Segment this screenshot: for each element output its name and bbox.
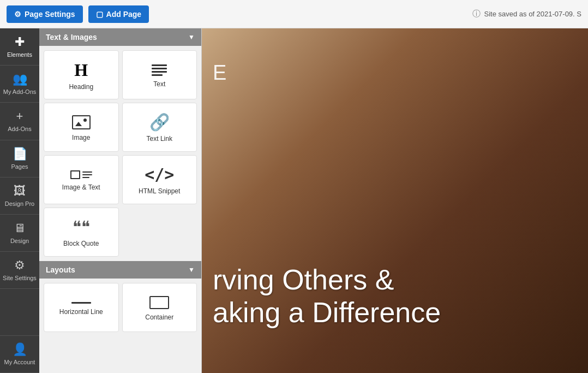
main-area: ✚ Elements 👥 My Add-Ons + Add-Ons 📄 Page…	[0, 28, 588, 373]
canvas-line2: aking a Difference	[213, 297, 441, 329]
image-icon	[72, 115, 91, 129]
gear-icon: ⚙	[14, 10, 21, 19]
canvas-overlay-text: rving Others & aking a Difference	[213, 264, 441, 329]
element-tile-image-text[interactable]: Image & Text	[44, 155, 119, 204]
file-plus-icon: ▢	[96, 10, 103, 19]
text-icon	[152, 64, 167, 76]
layouts-arrow-icon: ▼	[188, 266, 195, 274]
info-icon: ⓘ	[472, 9, 481, 19]
toolbar: ⚙ Page Settings ▢ Add Page ⓘ Site saved …	[0, 0, 588, 28]
page-settings-button[interactable]: ⚙ Page Settings	[7, 5, 83, 23]
image-text-icon	[70, 170, 92, 179]
sidebar-item-my-account[interactable]: 👤 My Account	[0, 335, 39, 373]
blockquote-icon: ❝❝	[73, 219, 90, 235]
plus-icon: +	[16, 109, 23, 123]
person-circle-icon: 👤	[13, 342, 27, 357]
container-icon	[149, 296, 169, 309]
html-icon: </>	[145, 167, 174, 183]
monitor-brush-icon: 🖼	[14, 184, 26, 198]
canvas: E rving Others & aking a Difference	[202, 28, 588, 373]
sidebar-item-elements[interactable]: ✚ Elements	[0, 28, 39, 66]
sidebar-item-pages[interactable]: 📄 Pages	[0, 140, 39, 177]
panel: Text & Images ▼ H Heading Text	[39, 28, 202, 373]
canvas-heading-partial: E	[213, 61, 226, 85]
canvas-line1: rving Others &	[213, 264, 441, 297]
horizontal-line-icon	[71, 302, 91, 304]
section-arrow-icon: ▼	[188, 33, 195, 41]
heading-icon: H	[74, 61, 88, 79]
sidebar-item-site-settings[interactable]: ⚙ Site Settings	[0, 252, 39, 289]
element-tile-block-quote[interactable]: ❝❝ Block Quote	[44, 208, 119, 257]
gear-settings-icon: ⚙	[14, 258, 25, 273]
element-tile-text[interactable]: Text	[122, 50, 197, 99]
sidebar-item-design[interactable]: 🖥 Design	[0, 215, 39, 252]
sidebar-icons: ✚ Elements 👥 My Add-Ons + Add-Ons 📄 Page…	[0, 28, 39, 373]
sidebar-item-my-add-ons[interactable]: 👥 My Add-Ons	[0, 66, 39, 103]
puzzle-icon: ✚	[15, 35, 25, 49]
layout-tile-container[interactable]: Container	[122, 283, 197, 332]
add-page-button[interactable]: ▢ Add Page	[88, 5, 149, 23]
element-tile-text-link[interactable]: 🔗 Text Link	[122, 103, 197, 152]
link-icon: 🔗	[149, 114, 170, 131]
layouts-section-header[interactable]: Layouts ▼	[39, 261, 201, 279]
sidebar-item-add-ons[interactable]: + Add-Ons	[0, 103, 39, 140]
text-images-section-header[interactable]: Text & Images ▼	[39, 28, 201, 46]
person-plus-icon: 👥	[13, 72, 27, 86]
monitor-icon: 🖥	[14, 221, 26, 235]
save-status: ⓘ Site saved as of 2021-07-09. S	[472, 9, 581, 19]
layout-tile-horizontal-line[interactable]: Horizontal Line	[44, 283, 119, 332]
file-icon: 📄	[13, 147, 27, 161]
layouts-grid: Horizontal Line Container	[39, 279, 201, 336]
element-tile-heading[interactable]: H Heading	[44, 50, 119, 99]
sidebar-item-design-pro[interactable]: 🖼 Design Pro	[0, 177, 39, 215]
element-tile-image[interactable]: Image	[44, 103, 119, 152]
elements-grid: H Heading Text Image	[39, 46, 201, 261]
canvas-background: E rving Others & aking a Difference	[202, 28, 588, 373]
element-tile-html-snippet[interactable]: </> HTML Snippet	[122, 155, 197, 204]
